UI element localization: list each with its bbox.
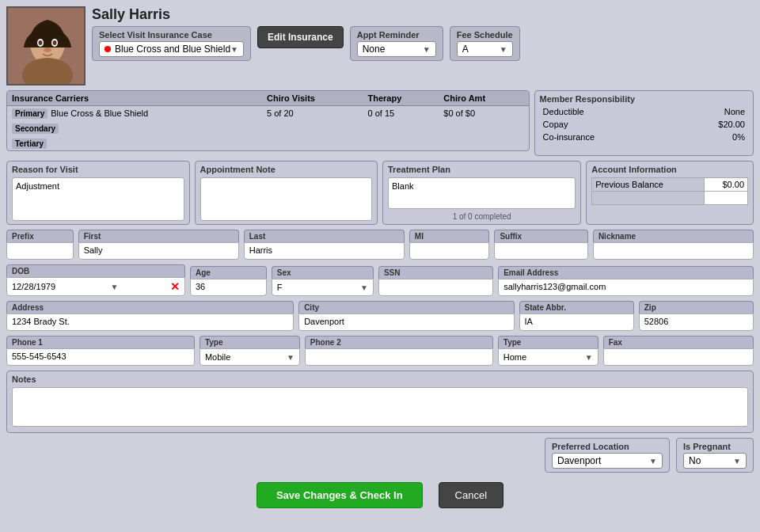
- reason-for-visit-content[interactable]: Adjustment: [12, 177, 184, 221]
- coinsurance-value: 0%: [673, 131, 748, 143]
- appointment-note-title: Appointment Note: [200, 165, 373, 174]
- ins-secondary-chiro-amt: [439, 121, 528, 136]
- zip-field: Zip 52806: [639, 301, 754, 331]
- insurance-dropdown[interactable]: Blue Cross and Blue Shield ▼: [99, 41, 244, 57]
- phone2-input[interactable]: [305, 348, 493, 366]
- age-input[interactable]: 36: [190, 279, 267, 296]
- ins-tertiary-therapy: [363, 136, 439, 151]
- save-checkin-button[interactable]: Save Changes & Check In: [256, 482, 423, 508]
- first-field: First Sally: [78, 230, 239, 260]
- address-row: Address 1234 Brady St. City Davenport St…: [6, 301, 754, 331]
- sex-field: Sex F ▼: [272, 266, 374, 296]
- is-pregnant-label: Is Pregnant: [683, 442, 747, 451]
- fee-schedule-dropdown[interactable]: A ▼: [457, 41, 513, 57]
- appointment-note-content[interactable]: [200, 177, 373, 221]
- insurance-select-box: Select Visit Insurance Case Blue Cross a…: [92, 26, 251, 61]
- mi-label: MI: [409, 230, 490, 242]
- appt-reminder-box: Appt Reminder None ▼: [350, 26, 443, 61]
- sex-value: F: [277, 283, 283, 292]
- address-input[interactable]: 1234 Brady St.: [6, 314, 294, 331]
- cancel-button[interactable]: Cancel: [439, 482, 504, 508]
- state-field: State Abbr. IA: [519, 301, 634, 331]
- treatment-plan-content[interactable]: Blank: [388, 177, 576, 209]
- preferred-location-arrow-icon: ▼: [649, 457, 657, 466]
- ins-primary-chiro-amt: $0 of $0: [439, 106, 528, 121]
- dob-input[interactable]: 12/28/1979 ▼ ✕: [6, 277, 185, 296]
- preferred-location-dropdown[interactable]: Davenport ▼: [552, 453, 663, 469]
- email-label: Email Address: [498, 266, 754, 279]
- sex-arrow-icon: ▼: [360, 283, 368, 292]
- fax-field: Fax: [603, 336, 754, 366]
- treatment-plan-status: 1 of 0 completed: [388, 212, 576, 221]
- notes-input[interactable]: [12, 387, 748, 427]
- ins-col-carriers: Insurance Carriers: [7, 91, 262, 106]
- last-field: Last Harris: [244, 230, 405, 260]
- insurance-row-primary: PrimaryBlue Cross & Blue Shield 5 of 20 …: [7, 106, 529, 121]
- reason-for-visit-section: Reason for Visit Adjustment: [6, 161, 190, 225]
- treatment-plan-section: Treatment Plan Blank 1 of 0 completed: [382, 161, 581, 225]
- insurance-carriers-table: Insurance Carriers Chiro Visits Therapy …: [7, 91, 529, 150]
- account-empty-row1: [592, 192, 748, 205]
- appt-reminder-dropdown[interactable]: None ▼: [357, 41, 436, 57]
- phone2-label: Phone 2: [305, 336, 493, 348]
- phone1-type-dropdown[interactable]: Mobile ▼: [200, 348, 300, 366]
- prefix-label: Prefix: [6, 230, 74, 242]
- suffix-input[interactable]: [494, 242, 587, 260]
- prefix-input[interactable]: [6, 242, 74, 260]
- phone1-type-field: Type Mobile ▼: [200, 336, 300, 366]
- insurance-carriers-section: Insurance Carriers Chiro Visits Therapy …: [6, 90, 530, 151]
- last-input[interactable]: Harris: [244, 242, 405, 260]
- ins-primary-name: Blue Cross & Blue Shield: [51, 108, 148, 118]
- appt-reminder-arrow-icon: ▼: [423, 45, 431, 54]
- phone2-field: Phone 2: [305, 336, 493, 366]
- address-field: Address 1234 Brady St.: [6, 301, 294, 331]
- account-information-title: Account Information: [591, 165, 748, 174]
- fax-input[interactable]: [603, 348, 754, 366]
- dob-row: DOB 12/28/1979 ▼ ✕ Age 36 Sex F ▼ SSN Em…: [6, 264, 754, 296]
- coinsurance-row: Co-insurance 0%: [540, 131, 748, 143]
- email-input[interactable]: sallyharris123@gmail.com: [498, 279, 754, 296]
- ins-col-chiro-amt: Chiro Amt: [439, 91, 528, 106]
- nickname-input[interactable]: [593, 242, 754, 260]
- ins-col-therapy: Therapy: [363, 91, 439, 106]
- dob-clear-button[interactable]: ✕: [170, 280, 180, 293]
- copay-row: Copay $20.00: [540, 118, 748, 131]
- nickname-label: Nickname: [593, 230, 754, 242]
- sex-dropdown[interactable]: F ▼: [272, 279, 374, 296]
- account-information-section: Account Information Previous Balance $0.…: [586, 161, 754, 225]
- city-input[interactable]: Davenport: [298, 314, 514, 331]
- phone2-type-value: Home: [504, 352, 526, 362]
- phone1-field: Phone 1 555-545-6543: [6, 336, 195, 366]
- deductible-row: Deductible None: [540, 105, 748, 118]
- notes-section: Notes: [6, 370, 754, 433]
- fee-schedule-label: Fee Schedule: [457, 30, 513, 40]
- is-pregnant-section: Is Pregnant No ▼: [676, 438, 754, 473]
- ins-secondary-label: Secondary: [12, 124, 59, 134]
- bottom-row: Preferred Location Davenport ▼ Is Pregna…: [6, 438, 754, 473]
- ssn-input[interactable]: [378, 279, 493, 296]
- zip-input[interactable]: 52806: [639, 314, 754, 331]
- suffix-field: Suffix: [494, 230, 587, 260]
- phone2-type-dropdown[interactable]: Home ▼: [498, 348, 598, 366]
- footer-row: Save Changes & Check In Cancel: [6, 479, 754, 511]
- appt-reminder-label: Appt Reminder: [357, 30, 436, 40]
- insurance-select-label: Select Visit Insurance Case: [99, 30, 244, 40]
- svg-point-5: [39, 40, 43, 45]
- insurance-row-tertiary: Tertiary: [7, 136, 529, 151]
- header-row: Sally Harris Select Visit Insurance Case…: [6, 6, 754, 86]
- zip-label: Zip: [639, 301, 754, 314]
- mi-input[interactable]: [409, 242, 490, 260]
- insurance-arrow-icon: ▼: [230, 45, 238, 54]
- phone2-type-field: Type Home ▼: [498, 336, 598, 366]
- address-label: Address: [6, 301, 294, 314]
- ins-tertiary-chiro-amt: [439, 136, 528, 151]
- state-input[interactable]: IA: [519, 314, 634, 331]
- dob-value: 12/28/1979: [12, 282, 55, 291]
- first-input[interactable]: Sally: [78, 242, 239, 260]
- edit-insurance-button[interactable]: Edit Insurance: [257, 26, 344, 48]
- account-table: Previous Balance $0.00: [591, 177, 748, 205]
- ins-primary-label: Primary: [12, 108, 48, 119]
- phone1-input[interactable]: 555-545-6543: [6, 348, 195, 366]
- member-responsibility-title: Member Responsibility: [540, 94, 748, 104]
- is-pregnant-dropdown[interactable]: No ▼: [683, 453, 747, 469]
